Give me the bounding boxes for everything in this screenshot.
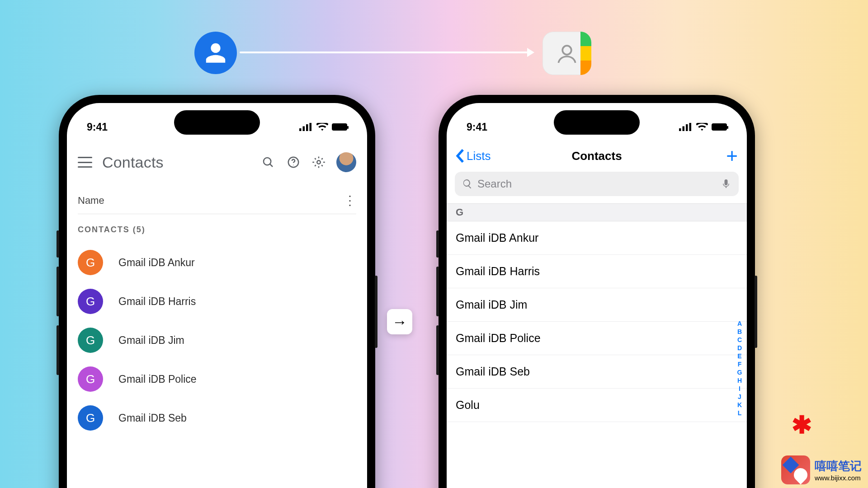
wifi-icon [696,123,708,131]
contact-row[interactable]: G Gmail iDB Police [78,360,356,399]
watermark-logo [781,455,810,484]
watermark: 嘻嘻笔记 www.bijixx.com [781,455,862,484]
back-button[interactable]: Lists [456,149,491,163]
gear-icon[interactable] [311,155,326,170]
svg-rect-10 [679,128,681,131]
cellular-icon [299,123,313,131]
svg-rect-11 [683,127,685,131]
index-letter[interactable]: L [738,409,742,417]
column-name-label: Name [78,195,104,206]
svg-point-9 [317,160,321,164]
contact-row[interactable]: Gmail iDB Seb [447,355,747,389]
cellular-icon [679,123,693,131]
alpha-index[interactable]: ABCDEFGHIJKL [735,320,744,417]
battery-icon [712,123,727,131]
svg-point-5 [264,158,271,165]
contact-name: Gmail iDB Jim [118,334,184,347]
contact-avatar: G [78,405,103,431]
google-contacts-icon [194,32,237,74]
highlight-asterisk: ✱ [792,411,812,439]
watermark-url: www.bijixx.com [815,474,862,482]
index-letter[interactable]: H [737,377,742,384]
wifi-icon [316,123,328,131]
contact-row[interactable]: Gmail iDB Harris [447,255,747,288]
contact-row[interactable]: G Gmail iDB Ankur [78,243,356,282]
index-letter[interactable]: G [737,369,742,376]
ios-contacts-list: Gmail iDB AnkurGmail iDB HarrisGmail iDB… [447,221,747,422]
transfer-illustration [0,32,868,72]
index-letter[interactable]: D [737,344,742,352]
menu-icon[interactable] [78,157,92,168]
contact-row[interactable]: Golu [447,389,747,422]
ios-contacts-icon [542,32,591,75]
overflow-menu-icon[interactable] [344,199,356,202]
svg-rect-2 [303,127,305,131]
nav-title: Contacts [571,149,622,163]
chevron-left-icon [456,149,465,163]
index-letter[interactable]: J [738,393,741,400]
status-time: 9:41 [87,121,108,133]
index-letter[interactable]: C [737,336,742,343]
index-letter[interactable]: E [737,352,741,360]
contact-row[interactable]: Gmail iDB Jim [447,288,747,322]
arrow-right-icon: → [387,309,412,334]
svg-line-6 [270,164,273,167]
search-placeholder: Search [477,178,716,190]
dynamic-island [174,110,260,135]
svg-rect-12 [686,124,688,131]
contact-avatar: G [78,250,103,275]
contact-row[interactable]: G Gmail iDB Harris [78,282,356,321]
google-contacts-list: G Gmail iDB AnkurG Gmail iDB HarrisG Gma… [78,243,356,437]
index-letter[interactable]: I [739,385,741,392]
watermark-name: 嘻嘻笔记 [815,458,862,474]
index-letter[interactable]: K [737,401,742,408]
phone-ios-contacts: 9:41 Lists Contacts + Search G Gmail iDB… [439,95,755,488]
svg-rect-3 [306,124,308,131]
contact-avatar: G [78,289,103,314]
add-contact-button[interactable]: + [726,150,738,162]
dictate-icon [721,178,731,189]
search-field[interactable]: Search [455,172,739,196]
svg-point-8 [293,165,294,166]
contact-name: Gmail iDB Seb [118,412,187,424]
arrow-line [240,52,529,53]
help-icon[interactable] [286,155,301,170]
contact-row[interactable]: G Gmail iDB Seb [78,399,356,437]
contact-row[interactable]: Gmail iDB Police [447,322,747,355]
contact-avatar: G [78,366,103,392]
profile-avatar[interactable] [336,152,356,172]
contact-name: Gmail iDB Ankur [118,257,195,269]
index-letter[interactable]: A [737,320,742,327]
svg-rect-4 [310,123,312,131]
status-time: 9:41 [467,121,487,133]
index-letter[interactable]: F [738,361,742,368]
search-icon [462,178,473,189]
app-title: Contacts [102,154,164,171]
svg-point-0 [562,46,571,55]
section-header: G [447,203,747,221]
dynamic-island [554,110,640,135]
contacts-count-label: CONTACTS (5) [78,225,146,235]
svg-rect-1 [299,128,302,131]
svg-rect-13 [689,123,692,131]
contact-name: Gmail iDB Harris [118,296,196,308]
battery-icon [332,123,347,131]
contact-row[interactable]: G Gmail iDB Jim [78,321,356,360]
phone-google-contacts: 9:41 Contacts Name CONTACTS (5) G Gmail … [59,95,375,488]
contact-row[interactable]: Gmail iDB Ankur [447,221,747,255]
contact-name: Gmail iDB Police [118,373,197,385]
contact-avatar: G [78,328,103,353]
index-letter[interactable]: B [737,328,742,335]
back-label: Lists [467,149,491,163]
search-icon[interactable] [260,155,276,170]
